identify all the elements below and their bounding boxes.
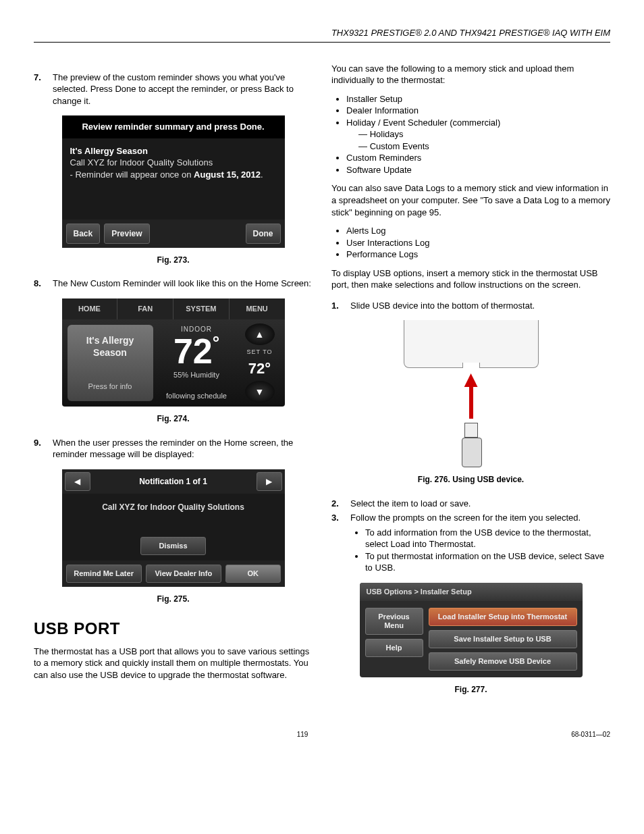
tab-system[interactable]: SYSTEM bbox=[173, 298, 230, 319]
temp-up-icon[interactable]: ▲ bbox=[245, 323, 275, 345]
alert-box[interactable]: It's Allergy Season Press for info bbox=[68, 325, 153, 402]
fig276-caption: Fig. 276. Using USB device. bbox=[331, 474, 610, 485]
help-button[interactable]: Help bbox=[365, 639, 423, 657]
list-item: Alerts Log bbox=[346, 225, 610, 237]
step-1-text: Slide USB device into the bottom of ther… bbox=[331, 300, 610, 312]
humidity-value: 55% Humidity bbox=[161, 370, 232, 380]
list-item: Holidays bbox=[358, 128, 610, 140]
alert-title: It's Allergy Season bbox=[72, 334, 149, 360]
usb-port-heading: USB PORT bbox=[34, 618, 313, 640]
temp-down-icon[interactable]: ▼ bbox=[245, 381, 275, 402]
step-7-text: The preview of the custom reminder shows… bbox=[34, 72, 313, 107]
list-item: Custom Reminders bbox=[346, 152, 610, 164]
fig-273-screen: Review reminder summary and press Done. … bbox=[62, 115, 285, 248]
tab-home[interactable]: HOME bbox=[62, 298, 118, 319]
list-item: Holiday / Event Scheduler (commercial) H… bbox=[346, 117, 610, 153]
list-item: Performance Logs bbox=[346, 249, 610, 261]
fig273-title: Review reminder summary and press Done. bbox=[62, 115, 285, 138]
step-8-text: The New Custom Reminder will look like t… bbox=[34, 278, 313, 290]
list-item: Software Update bbox=[346, 164, 610, 176]
step-2-text: Select the item to load or save. bbox=[331, 498, 610, 510]
remind-later-button[interactable]: Remind Me Later bbox=[66, 565, 142, 583]
page-number: 119 bbox=[297, 730, 308, 739]
safely-remove-button[interactable]: Safely Remove USB Device bbox=[429, 652, 577, 671]
save-installer-button[interactable]: Save Installer Setup to USB bbox=[429, 630, 577, 648]
ok-button[interactable]: OK bbox=[225, 565, 281, 583]
previous-menu-button[interactable]: Previous Menu bbox=[365, 608, 423, 635]
thermostat-slot-icon bbox=[404, 320, 539, 368]
back-button[interactable]: Back bbox=[66, 224, 101, 244]
fig273-heading: It's Allergy Season bbox=[70, 145, 277, 157]
fig274-caption: Fig. 274. bbox=[34, 413, 313, 424]
right-column: You can save the following to a memory s… bbox=[331, 63, 610, 708]
degree-symbol: ° bbox=[213, 332, 219, 353]
step-9-text: When the user presses the reminder on th… bbox=[34, 437, 313, 461]
left-column: The preview of the custom reminder shows… bbox=[34, 63, 313, 708]
fig273-line1: Call XYZ for Indoor Quality Solutions bbox=[70, 157, 277, 169]
set-to-label: SET TO bbox=[246, 348, 272, 356]
up-arrow-icon: ▲ bbox=[397, 373, 545, 419]
datalog-paragraph: You can also save Data Logs to a memory … bbox=[331, 182, 610, 218]
view-dealer-button[interactable]: View Dealer Info bbox=[146, 565, 221, 583]
dismiss-button[interactable]: Dismiss bbox=[140, 537, 205, 555]
load-installer-button[interactable]: Load Installer Setup into Thermostat bbox=[429, 608, 577, 626]
list-item: Custom Events bbox=[358, 140, 610, 153]
tab-fan[interactable]: FAN bbox=[117, 298, 173, 319]
alert-info: Press for info bbox=[72, 382, 149, 392]
fig277-caption: Fig. 277. bbox=[331, 684, 610, 695]
list-item: Installer Setup bbox=[346, 93, 610, 105]
list-item: Dealer Information bbox=[346, 105, 610, 117]
fig273-caption: Fig. 273. bbox=[34, 255, 313, 265]
breadcrumb: USB Options > Installer Setup bbox=[360, 583, 583, 601]
fig273-line2-pre: - Reminder will appear once on bbox=[70, 170, 194, 180]
set-temperature: 72° bbox=[248, 359, 271, 379]
temperature-value: 72 bbox=[173, 332, 213, 371]
list-item: To add information from the USB device t… bbox=[365, 527, 610, 550]
fig275-caption: Fig. 275. bbox=[34, 594, 313, 604]
fig-275-screen: ◀ Notification 1 of 1 ▶ Call XYZ for Ind… bbox=[62, 469, 285, 588]
page-header: THX9321 PRESTIGE® 2.0 AND THX9421 PRESTI… bbox=[34, 27, 610, 43]
schedule-label: following schedule bbox=[161, 391, 232, 401]
done-button[interactable]: Done bbox=[246, 224, 281, 244]
preview-button[interactable]: Preview bbox=[104, 224, 149, 244]
prev-arrow-icon[interactable]: ◀ bbox=[65, 472, 90, 491]
step-3-text: Follow the prompts on the screen for the… bbox=[331, 512, 610, 574]
list-item: User Interactions Log bbox=[346, 237, 610, 249]
display-paragraph: To display USB options, insert a memory … bbox=[331, 267, 610, 291]
fig273-line2-bold: August 15, 2012 bbox=[194, 170, 261, 180]
notification-message: Call XYZ for Indoor Quality Solutions bbox=[62, 494, 285, 537]
fig-274-screen: HOME FAN SYSTEM MENU It's Allergy Season… bbox=[62, 298, 285, 407]
next-arrow-icon[interactable]: ▶ bbox=[257, 472, 282, 491]
list-item: To put thermostat information on the USB… bbox=[365, 550, 610, 574]
tab-menu[interactable]: MENU bbox=[230, 298, 285, 319]
fig-276-diagram: ▲ bbox=[397, 320, 545, 467]
usb-stick-icon bbox=[462, 423, 481, 467]
usb-port-paragraph: The thermostat has a USB port that allow… bbox=[34, 646, 313, 681]
doc-number: 68-0311—02 bbox=[571, 730, 610, 739]
save-intro: You can save the following to a memory s… bbox=[331, 63, 610, 86]
fig-277-screen: USB Options > Installer Setup Previous M… bbox=[360, 583, 583, 677]
notification-title: Notification 1 of 1 bbox=[93, 476, 254, 487]
